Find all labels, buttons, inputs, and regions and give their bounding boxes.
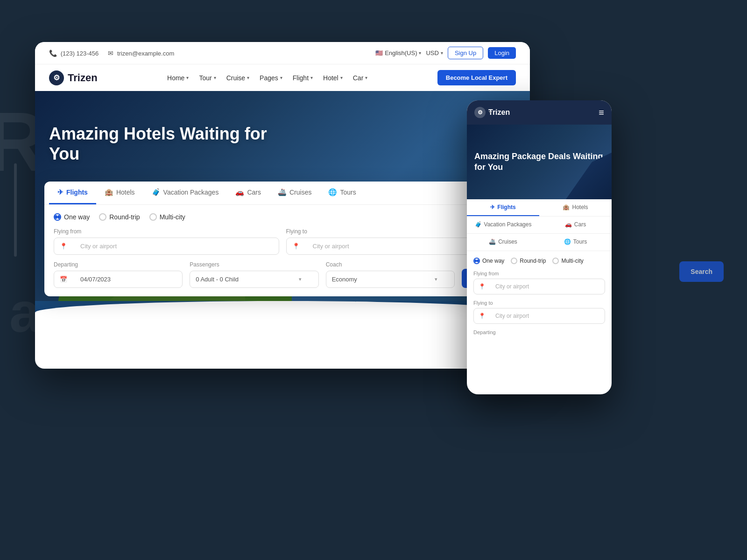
hotel-chevron: ▾: [340, 75, 343, 80]
tab-flights[interactable]: ✈ Flights: [49, 182, 96, 204]
mobile-cruises-label: Cruises: [498, 238, 517, 245]
hamburger-menu[interactable]: ≡: [599, 107, 604, 118]
mobile-cars-icon: 🚗: [565, 221, 572, 228]
departing-input[interactable]: 📅 04/07/2023: [54, 271, 183, 288]
coach-select[interactable]: Economy ▾: [326, 271, 455, 288]
hero-section: Amazing Hotels Waiting for You ✈ Flights…: [35, 91, 530, 338]
passengers-label: Passengers: [190, 261, 318, 268]
nav-cruise[interactable]: Cruise▾: [226, 74, 249, 82]
round-trip-label: Round-trip: [109, 213, 140, 221]
from-location-icon: 📍: [60, 243, 67, 250]
top-bar-right: 🇺🇸 English(US) ▾ USD ▾ Sign Up Login: [375, 47, 516, 59]
nav-home-label: Home: [167, 74, 184, 82]
mobile-one-way-label: One way: [482, 258, 504, 264]
tab-tours[interactable]: 🌐 Tours: [320, 182, 364, 204]
mobile-flights-label: Flights: [497, 204, 515, 210]
tab-cruises[interactable]: 🚢 Cruises: [269, 182, 320, 204]
nav-flight[interactable]: Flight▾: [293, 74, 313, 82]
signup-button[interactable]: Sign Up: [448, 47, 483, 59]
nav-car[interactable]: Car▾: [353, 74, 368, 82]
nav-links: Home▾ Tour▾ Cruise▾ Pages▾ Flight▾ Hotel…: [167, 74, 367, 82]
tour-chevron: ▾: [214, 75, 216, 80]
currency-selector[interactable]: USD ▾: [426, 49, 443, 56]
language-selector[interactable]: 🇺🇸 English(US) ▾: [375, 49, 421, 56]
multi-city-dot: [149, 213, 157, 221]
mobile-radio-round-trip[interactable]: Round-trip: [511, 258, 546, 264]
mobile-tab-vacation[interactable]: 🧳 Vacation Packages: [467, 217, 539, 233]
vacation-tab-icon: 🧳: [152, 188, 161, 196]
nav-home[interactable]: Home▾: [167, 74, 189, 82]
flights-tab-label: Flights: [66, 189, 88, 196]
round-trip-dot: [99, 213, 106, 221]
mobile-flying-to-input[interactable]: 📍 City or airport: [473, 308, 605, 324]
radio-one-way[interactable]: One way: [54, 213, 90, 221]
mobile-tab-cruises[interactable]: 🚢 Cruises: [467, 234, 539, 251]
flight-chevron: ▾: [310, 75, 313, 80]
mobile-round-trip-label: Round-trip: [520, 258, 546, 264]
mobile-tab-cars[interactable]: 🚗 Cars: [539, 217, 612, 233]
flying-from-label: Flying from: [54, 228, 279, 235]
cruise-chevron: ▾: [247, 75, 249, 80]
phone-info: 📞 (123) 123-456: [49, 49, 99, 57]
mobile-tab-hotels[interactable]: 🏨 Hotels: [539, 199, 612, 216]
mobile-hotels-label: Hotels: [572, 204, 588, 210]
mobile-multi-city-label: Multi-city: [561, 258, 583, 264]
hero-title: Amazing Hotels Waiting for You: [49, 124, 282, 164]
search-body: One way Round-trip Multi-city Flying fro…: [44, 205, 521, 296]
one-way-label: One way: [64, 213, 90, 221]
mobile-flying-from-input[interactable]: 📍 City or airport: [473, 279, 605, 294]
multi-city-label: Multi-city: [160, 213, 185, 221]
login-button[interactable]: Login: [488, 47, 516, 59]
mobile-flying-to-label: Flying to: [473, 300, 605, 306]
search-row-2: Departing 📅 04/07/2023 Passengers 0 Adul…: [54, 261, 511, 288]
passengers-select[interactable]: 0 Adult - 0 Child ▾: [190, 271, 318, 288]
expert-button[interactable]: Become Local Expert: [437, 70, 516, 85]
nav-cruise-label: Cruise: [226, 74, 245, 82]
tab-vacation[interactable]: 🧳 Vacation Packages: [143, 182, 227, 204]
search-widget: ✈ Flights 🏨 Hotels 🧳 Vacation Packages 🚗…: [44, 182, 521, 296]
mobile-hotels-icon: 🏨: [563, 204, 570, 210]
coach-group: Coach Economy ▾: [326, 261, 455, 288]
departing-label: Departing: [54, 261, 183, 268]
nav-car-label: Car: [353, 74, 364, 82]
nav-tour-label: Tour: [199, 74, 211, 82]
nav-pages[interactable]: Pages▾: [260, 74, 282, 82]
mobile-multi-city-dot: [552, 258, 559, 264]
search-tabs: ✈ Flights 🏨 Hotels 🧳 Vacation Packages 🚗…: [44, 182, 521, 205]
logo-icon: ⚙: [49, 70, 64, 85]
departing-value: 04/07/2023: [80, 276, 111, 283]
home-chevron: ▾: [186, 75, 189, 80]
mobile-round-trip-dot: [511, 258, 517, 264]
logo[interactable]: ⚙ Trizen: [49, 70, 98, 85]
nav-hotel[interactable]: Hotel▾: [323, 74, 343, 82]
mobile-tabs-row-1: ✈ Flights 🏨 Hotels: [467, 199, 612, 217]
mobile-radio-multi-city[interactable]: Multi-city: [552, 258, 583, 264]
top-bar: 📞 (123) 123-456 ✉ trizen@example.com 🇺🇸 …: [35, 42, 530, 64]
mobile-tab-flights[interactable]: ✈ Flights: [467, 199, 539, 216]
mobile-flying-from-placeholder: City or airport: [495, 283, 529, 290]
mobile-logo-icon: ⚙: [474, 107, 486, 118]
mobile-hero-title: Amazing Package Deals Waiting for You: [474, 151, 604, 173]
coach-value: Economy: [332, 276, 357, 283]
tab-cars[interactable]: 🚗 Cars: [227, 182, 269, 204]
mobile-tabs-row-3: 🚢 Cruises 🌐 Tours: [467, 234, 612, 251]
flying-from-input[interactable]: 📍 City or airport: [54, 238, 279, 255]
lang-chevron: ▾: [419, 50, 421, 56]
tab-hotels[interactable]: 🏨 Hotels: [96, 182, 143, 204]
hero-wave: [35, 301, 530, 338]
to-location-icon: 📍: [292, 243, 300, 250]
search-row-1: Flying from 📍 City or airport Flying to …: [54, 228, 511, 255]
radio-multi-city[interactable]: Multi-city: [149, 213, 185, 221]
flying-from-group: Flying from 📍 City or airport: [54, 228, 279, 255]
mobile-flying-to-placeholder: City or airport: [495, 313, 529, 319]
mobile-tours-icon: 🌐: [564, 238, 571, 245]
nav-flight-label: Flight: [293, 74, 309, 82]
radio-round-trip[interactable]: Round-trip: [99, 213, 140, 221]
mobile-radio-one-way[interactable]: One way: [473, 258, 504, 264]
nav-tour[interactable]: Tour▾: [199, 74, 216, 82]
pages-chevron: ▾: [280, 75, 282, 80]
vacation-tab-label: Vacation Packages: [163, 189, 219, 196]
top-bar-left: 📞 (123) 123-456 ✉ trizen@example.com: [49, 49, 174, 57]
hotels-tab-label: Hotels: [116, 189, 135, 196]
mobile-tab-tours[interactable]: 🌐 Tours: [539, 234, 612, 251]
